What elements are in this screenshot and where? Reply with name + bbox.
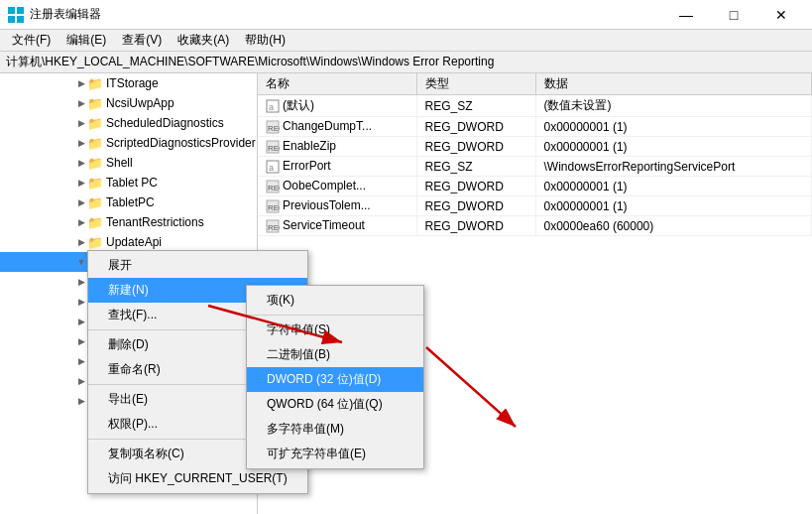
col-type: 类型 bbox=[416, 73, 535, 95]
ctx-expand-label: 展开 bbox=[108, 257, 132, 274]
expand-icon: ▶ bbox=[75, 316, 87, 327]
folder-icon: 📁 bbox=[87, 95, 103, 111]
ctx-export-label: 导出(E) bbox=[108, 391, 148, 408]
sub-dword-label: DWORD (32 位)值(D) bbox=[267, 371, 381, 388]
ctx-access[interactable]: 访问 HKEY_CURRENT_USER(T) bbox=[88, 466, 307, 491]
tree-item-updateapi[interactable]: ▶ 📁 UpdateApi bbox=[0, 232, 257, 252]
reg-type: REG_SZ bbox=[416, 157, 535, 177]
table-row[interactable]: a(默认)REG_SZ(数值未设置) bbox=[258, 95, 812, 117]
menu-bar: 文件(F) 编辑(E) 查看(V) 收藏夹(A) 帮助(H) bbox=[0, 30, 812, 52]
dword-icon: REG bbox=[266, 218, 283, 232]
tree-item-itstorage[interactable]: ▶ 📁 ITStorage bbox=[0, 73, 257, 93]
tree-label: NcsiUwpApp bbox=[106, 96, 174, 110]
registry-table: 名称 类型 数据 a(默认)REG_SZ(数值未设置)REGChangeDump… bbox=[258, 73, 812, 236]
tree-label: TenantRestrictions bbox=[106, 215, 204, 229]
svg-text:REG: REG bbox=[268, 184, 280, 193]
reg-name: REGPreviousTolem... bbox=[258, 196, 416, 216]
close-button[interactable]: ✕ bbox=[758, 0, 804, 30]
expand-icon: ▶ bbox=[75, 196, 87, 208]
sub-multistring[interactable]: 多字符串值(M) bbox=[247, 417, 423, 442]
expand-icon: ▶ bbox=[75, 395, 87, 407]
tree-item-ncsiuwpapp[interactable]: ▶ 📁 NcsiUwpApp bbox=[0, 93, 257, 113]
menu-view[interactable]: 查看(V) bbox=[114, 30, 170, 51]
ctx-find-label: 查找(F)... bbox=[108, 307, 157, 323]
ctx-expand[interactable]: 展开 bbox=[88, 253, 307, 278]
tree-label: Shell bbox=[106, 156, 133, 170]
menu-file[interactable]: 文件(F) bbox=[4, 30, 58, 51]
sub-expandstring[interactable]: 可扩充字符串值(E) bbox=[247, 442, 423, 466]
tree-item-tenant[interactable]: ▶ 📁 TenantRestrictions bbox=[0, 212, 257, 232]
reg-type: REG_DWORD bbox=[416, 137, 535, 157]
table-row[interactable]: REGEnableZipREG_DWORD0x00000001 (1) bbox=[258, 137, 812, 157]
folder-icon: 📁 bbox=[87, 234, 103, 250]
dword-icon: REG bbox=[266, 198, 283, 212]
reg-data: 0x00000001 (1) bbox=[535, 196, 812, 216]
svg-text:a: a bbox=[269, 102, 274, 112]
folder-icon: 📁 bbox=[87, 135, 103, 151]
tree-label: ScheduledDiagnostics bbox=[106, 116, 224, 130]
address-text: 计算机\HKEY_LOCAL_MACHINE\SOFTWARE\Microsof… bbox=[6, 54, 494, 70]
ctx-rename-label: 重命名(R) bbox=[108, 361, 161, 378]
svg-rect-1 bbox=[17, 7, 24, 14]
table-row[interactable]: REGOobeComplet...REG_DWORD0x00000001 (1) bbox=[258, 177, 812, 196]
tree-item-shell[interactable]: ▶ 📁 Shell bbox=[0, 153, 257, 173]
window-controls: — □ ✕ bbox=[663, 0, 804, 30]
dword-icon: REG bbox=[266, 119, 283, 133]
tree-label: TabletPC bbox=[106, 195, 155, 209]
default-value-icon: a bbox=[266, 159, 283, 173]
tree-item-tabletpc2[interactable]: ▶ 📁 TabletPC bbox=[0, 193, 257, 212]
tree-item-scripted[interactable]: ▶ 📁 ScriptedDiagnosticsProvider bbox=[0, 133, 257, 153]
sub-multistring-label: 多字符串值(M) bbox=[267, 421, 344, 438]
ctx-access-label: 访问 HKEY_CURRENT_USER(T) bbox=[108, 470, 288, 487]
sub-binary[interactable]: 二进制值(B) bbox=[247, 342, 423, 367]
expand-icon: ▶ bbox=[75, 137, 87, 149]
window-title: 注册表编辑器 bbox=[30, 6, 101, 23]
expand-icon: ▶ bbox=[75, 157, 87, 169]
sub-string[interactable]: 字符串值(S) bbox=[247, 318, 423, 342]
table-row[interactable]: REGPreviousTolem...REG_DWORD0x00000001 (… bbox=[258, 196, 812, 216]
svg-text:REG: REG bbox=[268, 124, 280, 133]
reg-name: REGEnableZip bbox=[258, 137, 416, 157]
expand-icon: ▶ bbox=[75, 276, 87, 288]
expand-icon: ▶ bbox=[75, 375, 87, 387]
table-row[interactable]: REGChangeDumpT...REG_DWORD0x00000001 (1) bbox=[258, 117, 812, 137]
dword-icon: REG bbox=[266, 139, 283, 153]
expand-icon: ▶ bbox=[75, 335, 87, 347]
submenu: 项(K) 字符串值(S) 二进制值(B) DWORD (32 位)值(D) QW… bbox=[246, 285, 424, 469]
default-value-icon: a bbox=[266, 98, 283, 112]
menu-favorites[interactable]: 收藏夹(A) bbox=[170, 30, 237, 51]
sub-key[interactable]: 项(K) bbox=[247, 288, 423, 313]
svg-text:REG: REG bbox=[268, 223, 280, 232]
svg-rect-0 bbox=[8, 7, 15, 14]
expand-icon: ▼ bbox=[75, 256, 87, 268]
maximize-button[interactable]: □ bbox=[711, 0, 756, 30]
table-row[interactable]: aErrorPortREG_SZ\WindowsErrorReportingSe… bbox=[258, 157, 812, 177]
expand-icon: ▶ bbox=[75, 216, 87, 228]
address-bar: 计算机\HKEY_LOCAL_MACHINE\SOFTWARE\Microsof… bbox=[0, 52, 812, 73]
reg-data: (数值未设置) bbox=[535, 95, 812, 117]
sub-dword[interactable]: DWORD (32 位)值(D) bbox=[247, 367, 423, 392]
expand-icon: ▶ bbox=[75, 355, 87, 367]
svg-text:REG: REG bbox=[268, 203, 280, 212]
tree-item-tabletpc[interactable]: ▶ 📁 Tablet PC bbox=[0, 173, 257, 193]
reg-type: REG_DWORD bbox=[416, 177, 535, 196]
dword-icon: REG bbox=[266, 179, 283, 193]
minimize-button[interactable]: — bbox=[663, 0, 709, 30]
tree-label: UpdateApi bbox=[106, 235, 162, 249]
expand-icon: ▶ bbox=[75, 117, 87, 129]
folder-icon: 📁 bbox=[87, 155, 103, 171]
reg-name: REGChangeDumpT... bbox=[258, 117, 416, 137]
table-row[interactable]: REGServiceTimeoutREG_DWORD0x0000ea60 (60… bbox=[258, 216, 812, 236]
title-bar: 注册表编辑器 — □ ✕ bbox=[0, 0, 812, 30]
sub-qword[interactable]: QWORD (64 位)值(Q) bbox=[247, 392, 423, 417]
menu-edit[interactable]: 编辑(E) bbox=[58, 30, 114, 51]
menu-help[interactable]: 帮助(H) bbox=[237, 30, 293, 51]
sub-qword-label: QWORD (64 位)值(Q) bbox=[267, 396, 383, 413]
col-data: 数据 bbox=[535, 73, 812, 95]
folder-icon: 📁 bbox=[87, 194, 103, 210]
tree-item-scheduled[interactable]: ▶ 📁 ScheduledDiagnostics bbox=[0, 113, 257, 133]
folder-icon: 📁 bbox=[87, 175, 103, 191]
svg-text:REG: REG bbox=[268, 144, 280, 153]
reg-data: 0x00000001 (1) bbox=[535, 177, 812, 196]
reg-type: REG_DWORD bbox=[416, 196, 535, 216]
